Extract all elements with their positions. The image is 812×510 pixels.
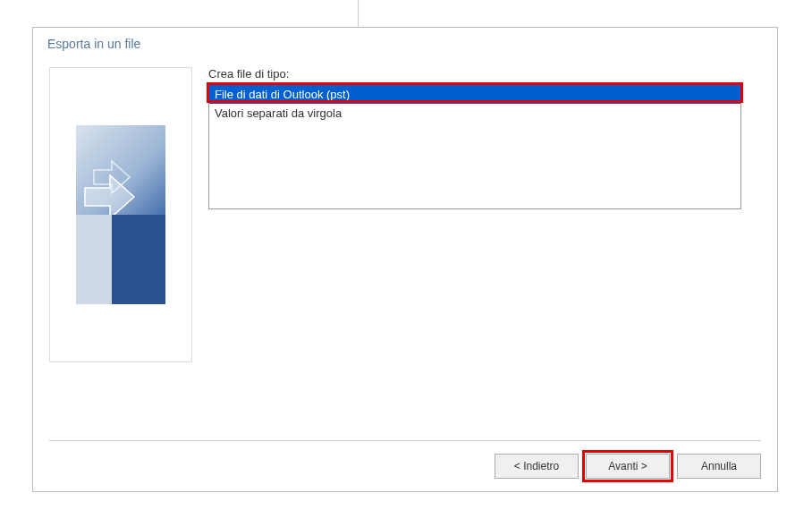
export-arrow-icon (76, 125, 165, 304)
dialog-title: Esporta in un file (33, 28, 777, 60)
export-dialog: Esporta in un file Crea file di tipo: Fi… (32, 27, 778, 492)
option-csv[interactable]: Valori separati da virgola (209, 104, 740, 123)
top-divider (358, 0, 359, 27)
form-area: Crea file di tipo: File di dati di Outlo… (208, 67, 761, 362)
svg-rect-0 (112, 215, 165, 304)
file-type-listbox[interactable]: File di dati di Outlook (pst) Valori sep… (208, 84, 741, 209)
back-button[interactable]: < Indietro (495, 454, 579, 479)
cancel-button[interactable]: Annulla (677, 454, 761, 479)
footer-divider (49, 440, 761, 441)
wizard-image-panel (49, 67, 192, 362)
button-row: < Indietro Avanti > Annulla (49, 454, 761, 479)
file-type-label: Crea file di tipo: (208, 67, 761, 81)
dialog-body: Crea file di tipo: File di dati di Outlo… (33, 60, 777, 362)
next-button[interactable]: Avanti > (586, 454, 670, 479)
option-pst[interactable]: File di dati di Outlook (pst) (209, 85, 740, 104)
dialog-footer: < Indietro Avanti > Annulla (33, 428, 777, 491)
